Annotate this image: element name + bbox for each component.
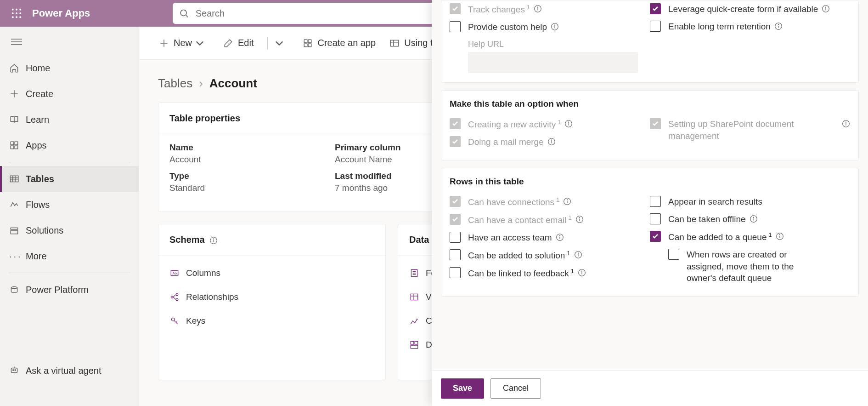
info-icon[interactable] xyxy=(547,137,556,146)
svg-rect-36 xyxy=(309,44,312,47)
info-icon[interactable] xyxy=(776,232,784,240)
info-icon[interactable] xyxy=(551,23,559,31)
schema-keys[interactable]: Keys xyxy=(158,309,385,333)
opt-queue-sub: When rows are created or assigned, move … xyxy=(668,246,850,287)
checkbox-queue[interactable] xyxy=(650,231,661,242)
checkbox-queue-sub[interactable] xyxy=(668,249,679,260)
checkbox-custom-help[interactable] xyxy=(450,21,461,32)
info-icon[interactable] xyxy=(822,5,830,13)
opt-offline: Can be taken offline xyxy=(650,211,850,228)
checkbox-added-solution[interactable] xyxy=(450,249,461,260)
info-icon[interactable] xyxy=(563,197,571,206)
svg-point-80 xyxy=(551,140,552,140)
checkbox-contact-email xyxy=(450,214,461,225)
opt-custom-help: Provide custom help xyxy=(450,18,650,36)
custom-help-label: Provide custom help xyxy=(468,21,547,33)
svg-rect-57 xyxy=(411,294,417,300)
info-icon[interactable] xyxy=(574,251,582,259)
schema-relationships[interactable]: Relationships xyxy=(158,285,385,309)
nav-solutions-label: Solutions xyxy=(26,225,63,236)
opt-new-activity: Creating a new activity1 xyxy=(450,115,650,133)
svg-point-71 xyxy=(826,7,826,7)
help-url-input[interactable] xyxy=(468,52,638,73)
info-icon[interactable] xyxy=(209,236,218,245)
svg-rect-35 xyxy=(304,44,308,47)
linked-feedback-label: Can be linked to feedback xyxy=(468,269,569,278)
opt-contact-email: Can have a contact email1 xyxy=(450,211,650,229)
hamburger-icon[interactable] xyxy=(0,30,139,55)
cancel-button[interactable]: Cancel xyxy=(490,378,541,399)
svg-rect-33 xyxy=(304,40,308,43)
svg-point-45 xyxy=(171,296,173,298)
sharepoint-label: Setting up SharePoint document managemen… xyxy=(668,118,838,142)
schema-keys-label: Keys xyxy=(186,316,205,326)
info-icon[interactable] xyxy=(556,233,564,241)
mail-merge-label: Doing a mail merge xyxy=(468,136,544,148)
brand-label[interactable]: Power Apps xyxy=(32,7,90,19)
checkbox-search-results[interactable] xyxy=(650,196,661,207)
opt-quick-create: Leverage quick-create form if available xyxy=(650,0,850,18)
new-button[interactable]: New xyxy=(159,38,209,48)
breadcrumb-root[interactable]: Tables xyxy=(158,76,192,91)
waffle-icon[interactable] xyxy=(6,8,28,18)
info-icon[interactable] xyxy=(750,215,758,223)
edit-split-button[interactable] xyxy=(274,38,289,48)
checkbox-connections xyxy=(450,196,461,207)
svg-point-65 xyxy=(538,7,538,7)
svg-point-77 xyxy=(569,122,569,122)
schema-columns[interactable]: Abc Columns xyxy=(158,261,385,285)
breadcrumb-current: Account xyxy=(209,76,257,91)
nav-learn[interactable]: Learn xyxy=(0,107,139,132)
edit-label: Edit xyxy=(238,38,254,48)
svg-rect-16 xyxy=(11,142,14,145)
opt-access-team: Have an access team xyxy=(450,229,650,246)
nav-apps-label: Apps xyxy=(26,140,47,151)
panel-section-rows: Rows in this table Can have connections1… xyxy=(441,168,859,297)
nav-tables[interactable]: Tables xyxy=(0,166,139,192)
edit-button[interactable]: Edit xyxy=(223,38,254,48)
nav-home[interactable]: Home xyxy=(0,55,139,81)
checkbox-quick-create[interactable] xyxy=(650,3,661,14)
info-icon[interactable] xyxy=(564,120,573,128)
svg-point-104 xyxy=(779,234,780,235)
chevron-down-icon xyxy=(274,38,284,48)
properties-panel: Track changes1 Provide custom help Help … xyxy=(432,0,868,406)
schema-relationships-label: Relationships xyxy=(186,292,238,302)
schema-columns-label: Columns xyxy=(186,268,220,278)
svg-point-74 xyxy=(778,24,778,25)
checkbox-linked-feedback[interactable] xyxy=(450,267,461,278)
opt-queue: Can be added to a queue1 xyxy=(650,228,850,246)
svg-point-83 xyxy=(845,122,846,122)
nav-apps[interactable]: Apps xyxy=(0,132,139,158)
nav-solutions[interactable]: Solutions xyxy=(0,217,139,243)
svg-rect-37 xyxy=(390,40,399,46)
svg-rect-61 xyxy=(415,341,418,344)
nav-power-platform[interactable]: Power Platform xyxy=(0,277,139,303)
svg-point-42 xyxy=(213,239,214,239)
checkbox-offline[interactable] xyxy=(650,213,661,224)
checkbox-mail-merge xyxy=(450,136,461,147)
info-icon[interactable] xyxy=(575,215,584,223)
checkbox-access-team[interactable] xyxy=(450,232,461,243)
nav-create[interactable]: Create xyxy=(0,81,139,107)
nav-flows[interactable]: Flows xyxy=(0,192,139,217)
panel-footer: Save Cancel xyxy=(432,370,868,406)
panel-section-general: Track changes1 Provide custom help Help … xyxy=(441,0,859,83)
info-icon[interactable] xyxy=(842,120,850,128)
added-solution-label: Can be added to solution xyxy=(468,251,565,260)
svg-point-95 xyxy=(578,253,578,253)
nav-ask-agent[interactable]: Ask a virtual agent xyxy=(0,358,139,383)
sec2-title: Make this table an option when xyxy=(450,91,850,115)
info-icon[interactable] xyxy=(774,22,783,30)
save-button[interactable]: Save xyxy=(441,378,484,399)
checkbox-new-activity xyxy=(450,118,461,129)
svg-line-49 xyxy=(173,297,176,300)
create-app-button[interactable]: Create an app xyxy=(303,38,376,48)
search-results-label: Appear in search results xyxy=(668,196,762,208)
nav-more[interactable]: ··· More xyxy=(0,243,139,269)
svg-point-98 xyxy=(581,271,582,271)
info-icon[interactable] xyxy=(578,269,586,277)
nav-tables-label: Tables xyxy=(26,174,54,184)
info-icon[interactable] xyxy=(534,5,542,13)
checkbox-retention[interactable] xyxy=(650,21,661,32)
